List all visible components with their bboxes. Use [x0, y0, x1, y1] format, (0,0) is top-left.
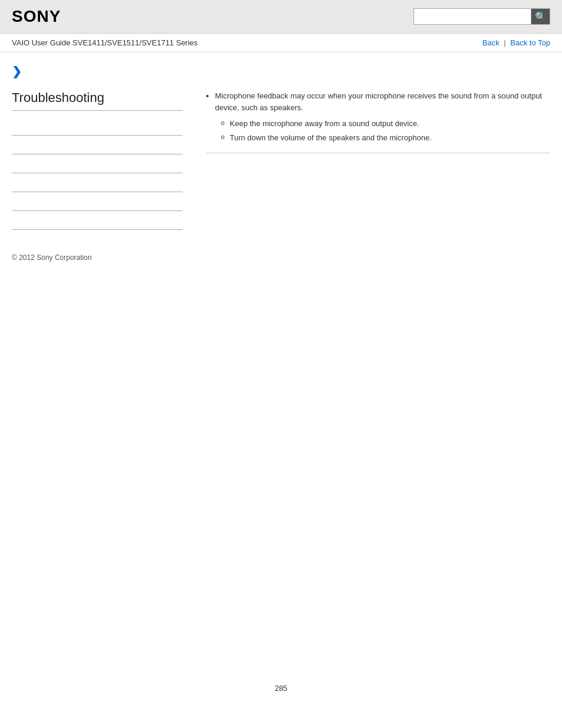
search-input[interactable] [414, 8, 531, 25]
sony-logo: SONY [12, 7, 61, 26]
sidebar-link-5[interactable] [12, 192, 183, 211]
search-button[interactable]: 🔍 [531, 8, 550, 25]
content-sublist: Keep the microphone away from a sound ou… [218, 118, 550, 143]
nav-bar: VAIO User Guide SVE1411/SVE1511/SVE1711 … [0, 34, 562, 52]
content-divider [206, 153, 550, 153]
sidebar: Troubleshooting [12, 90, 194, 230]
main-content: Troubleshooting Microphone feedback may … [0, 84, 562, 242]
nav-separator: | [504, 38, 505, 47]
page-header: SONY 🔍 [0, 0, 562, 34]
sidebar-link-4[interactable] [12, 173, 183, 192]
content-main-point: Microphone feedback may occur when your … [215, 90, 550, 113]
chevron-right-icon: ❯ [12, 65, 22, 78]
footer: © 2012 Sony Corporation [0, 242, 562, 274]
back-link[interactable]: Back [482, 38, 500, 47]
content-area: Microphone feedback may occur when your … [194, 90, 550, 230]
back-to-top-link[interactable]: Back to Top [510, 38, 550, 47]
copyright-text: © 2012 Sony Corporation [12, 253, 92, 262]
sidebar-link-2[interactable] [12, 136, 183, 154]
page-number: 285 [263, 672, 299, 704]
content-list: Microphone feedback may occur when your … [212, 90, 550, 113]
sidebar-link-3[interactable] [12, 154, 183, 173]
sidebar-title: Troubleshooting [12, 90, 183, 111]
content-sub-point-2: Turn down the volume of the speakers and… [221, 132, 550, 144]
nav-links: Back | Back to Top [482, 38, 550, 47]
search-area: 🔍 [414, 8, 550, 25]
search-icon: 🔍 [535, 11, 547, 22]
guide-title: VAIO User Guide SVE1411/SVE1511/SVE1711 … [12, 38, 198, 47]
sidebar-link-1[interactable] [12, 117, 183, 136]
content-sub-point-1: Keep the microphone away from a sound ou… [221, 118, 550, 130]
breadcrumb-arrow[interactable]: ❯ [0, 52, 562, 84]
sidebar-link-6[interactable] [12, 211, 183, 230]
